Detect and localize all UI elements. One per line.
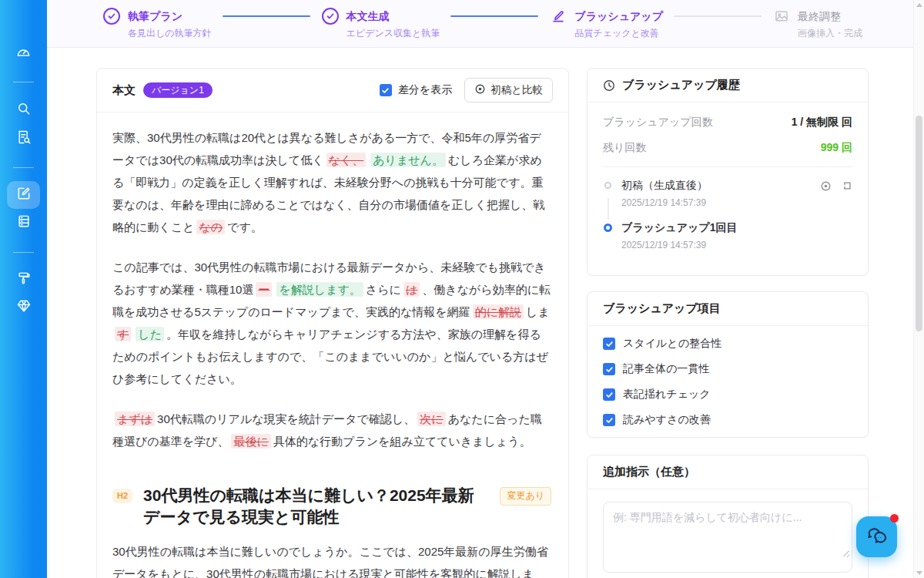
diff-addition: した	[136, 327, 164, 341]
diff-deletion: 的に解説	[473, 304, 524, 319]
step-sublabel: 品質チェックと改善	[574, 27, 663, 40]
sidebar-item-search[interactable]	[0, 96, 47, 124]
refine-item-row[interactable]: 読みやすさの改善	[603, 413, 852, 427]
step-sublabel: 画像挿入・完成	[798, 27, 862, 40]
timeline-item-timestamp: 2025/12/19 14:57:39	[621, 197, 852, 208]
brushup-history-card: ブラッシュアップ履歴 ブラッシュアップ回数 1 / 無制限 回 残り回数 999…	[587, 68, 869, 276]
version-badge: バージョン1	[143, 82, 213, 98]
diff-deletion: なの	[196, 220, 225, 234]
article-editor-card: 本文 バージョン1 差分を表示 初稿と比較 実際、30代男性の転職は20代とは異…	[96, 68, 569, 578]
step-writing-plan[interactable]: 執筆プラン 各見出しの執筆方針	[102, 7, 212, 40]
sidebar-item-editor[interactable]	[0, 181, 47, 209]
step-connector	[450, 15, 538, 17]
diff-deletion: ー	[256, 282, 272, 297]
diff-deletion: す	[115, 327, 131, 341]
file-search-icon	[16, 129, 32, 148]
timeline-dot	[604, 182, 611, 189]
timeline-item[interactable]: 初稿（生成直後）2025/12/19 14:57:39	[604, 179, 852, 208]
step-connector	[223, 15, 310, 17]
paragraph-text: 。年収を維持しながらキャリアチェンジする方法や、家族の理解を得るためのポイントも…	[112, 328, 548, 385]
gem-icon	[16, 298, 32, 317]
eye-icon	[474, 83, 486, 97]
diff-toggle[interactable]: 差分を表示	[380, 83, 452, 97]
checkbox-checked[interactable]	[603, 338, 615, 350]
sidebar-item-style[interactable]	[0, 266, 47, 294]
timeline-item-title: ブラッシュアップ1回目	[621, 221, 852, 235]
diff-addition: ありません。	[370, 153, 446, 167]
refine-item-row[interactable]: 記事全体の一貫性	[603, 362, 852, 376]
step-final-adjust[interactable]: 最終調整 画像挿入・完成	[772, 7, 862, 40]
sidebar-divider	[13, 167, 34, 168]
diff-toggle-label: 差分を表示	[398, 83, 452, 97]
version-timeline: 初稿（生成直後）2025/12/19 14:57:39ブラッシュアップ1回目20…	[588, 167, 868, 250]
chat-support-button[interactable]	[856, 516, 897, 557]
diff-deletion: 最後に	[231, 434, 270, 449]
refine-item-label: 読みやすさの改善	[623, 413, 711, 427]
checkbox-checked[interactable]	[603, 414, 615, 426]
sidebar-item-articles[interactable]	[0, 209, 47, 237]
instructions-title: 追加指示（任意）	[603, 465, 695, 479]
view-version-icon[interactable]	[820, 180, 832, 192]
items-title: ブラッシュアップ項目	[603, 301, 721, 316]
step-label: 本文生成	[346, 7, 440, 25]
article-paragraph: この記事では、30代男性の転職市場における最新データから、未経験でも挑戦できるお…	[112, 256, 551, 390]
stat-value: 999 回	[821, 141, 852, 155]
check-circle-icon	[103, 8, 120, 25]
article-body[interactable]: 実際、30代男性の転職は20代とは異なる難しさがある一方で、令和5年の厚労省デー…	[97, 113, 568, 578]
timeline-item[interactable]: ブラッシュアップ1回目2025/12/19 14:57:39	[604, 221, 852, 250]
chat-bubbles-icon	[865, 524, 889, 550]
history-title: ブラッシュアップ履歴	[622, 78, 740, 92]
step-connector	[674, 15, 762, 17]
step-label: ブラッシュアップ	[574, 7, 663, 25]
checkbox-checked[interactable]	[603, 363, 615, 375]
diff-checkbox-checked[interactable]	[380, 84, 392, 96]
scroll-up-arrow-icon[interactable]	[916, 3, 922, 7]
article-paragraph: 実際、30代男性の転職は20代とは異なる難しさがある一方で、令和5年の厚労省デー…	[112, 126, 551, 238]
refine-checklist: スタイルとの整合性記事全体の一貫性表記揺れチェック読みやすさの改善	[588, 326, 868, 427]
paint-roller-icon	[16, 271, 32, 289]
compare-draft-button[interactable]: 初稿と比較	[464, 78, 553, 102]
paragraph-text: 具体的な行動プランを組み立てていきましょう。	[273, 435, 531, 448]
article-h2-row: H230代男性の転職は本当に難しい？2025年最新データで見る現実と可能性変更あ…	[112, 485, 551, 528]
scroll-down-arrow-icon[interactable]	[916, 571, 922, 575]
diff-deletion: 次に	[417, 412, 445, 426]
step-brushup[interactable]: ブラッシュアップ 品質チェックと改善	[549, 7, 663, 40]
paragraph-text: 30代転職のリアルな現実を統計データで確認し、	[157, 412, 415, 425]
step-body-generation[interactable]: 本文生成 エビデンス収集と執筆	[321, 7, 440, 40]
diff-deletion: なく、	[326, 153, 367, 167]
brushup-count-row: ブラッシュアップ回数 1 / 無制限 回	[603, 116, 852, 129]
sidebar-item-research[interactable]	[0, 125, 47, 153]
paragraph-text: さらに	[366, 283, 401, 296]
changed-badge: 変更あり	[500, 487, 551, 506]
list-icon	[16, 213, 32, 232]
diff-deletion: まずは	[115, 412, 155, 426]
sidebar-item-plan[interactable]	[0, 294, 47, 321]
brushup-items-card: ブラッシュアップ項目 スタイルとの整合性記事全体の一貫性表記揺れチェック読みやす…	[587, 291, 869, 438]
workflow-stepper: 執筆プラン 各見出しの執筆方針 本文生成 エビデンス収集と執筆 ブラッシュアップ…	[47, 0, 924, 48]
refine-item-row[interactable]: 表記揺れチェック	[603, 388, 852, 402]
paragraph-text: 30代男性の転職は本当に難しいのでしょうか。ここでは、2025年最新の厚生労働省…	[112, 545, 548, 578]
step-label: 執筆プラン	[128, 7, 212, 25]
diff-addition: を解説します。	[276, 282, 363, 297]
scrollbar-thumb[interactable]	[916, 116, 922, 331]
refine-item-row[interactable]: スタイルとの整合性	[603, 337, 852, 351]
checkbox-checked[interactable]	[603, 388, 615, 401]
sidebar-item-dashboard[interactable]	[0, 40, 47, 68]
additional-instructions-card: 追加指示（任意） 0 / 1000	[587, 455, 869, 578]
check-circle-icon	[322, 8, 339, 25]
step-sublabel: 各見出しの執筆方針	[128, 27, 212, 40]
clock-icon	[603, 79, 615, 92]
compare-button-label: 初稿と比較	[490, 83, 543, 97]
stat-label: ブラッシュアップ回数	[603, 116, 713, 129]
restore-version-icon[interactable]	[842, 180, 852, 192]
instructions-input[interactable]	[603, 502, 852, 573]
article-heading: 30代男性の転職は本当に難しい？2025年最新データで見る現実と可能性	[143, 485, 489, 528]
stat-value: 1 / 無制限 回	[792, 116, 852, 129]
timeline-item-title: 初稿（生成直後）	[621, 179, 820, 193]
sidebar-divider	[13, 252, 34, 253]
step-label: 最終調整	[798, 7, 862, 25]
vertical-scrollbar[interactable]	[913, 0, 924, 578]
refine-item-label: 表記揺れチェック	[623, 388, 711, 402]
paragraph-text: しま	[526, 305, 550, 318]
edit-icon	[16, 186, 32, 204]
